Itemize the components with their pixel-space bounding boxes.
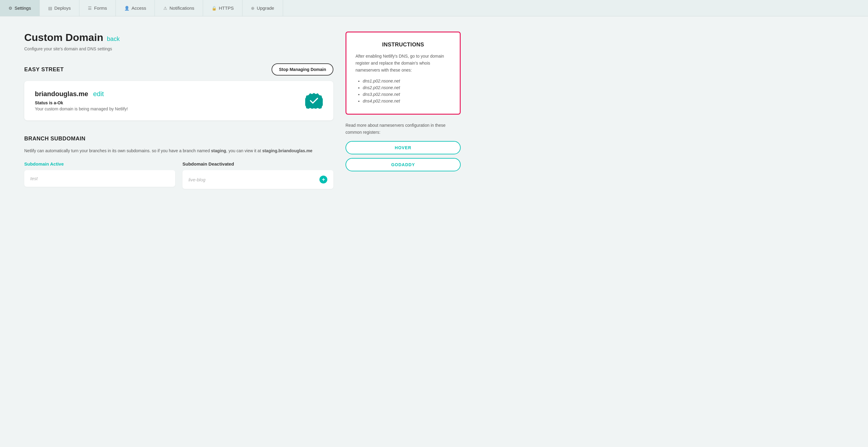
tab-settings[interactable]: ⚙ Settings [0, 0, 40, 16]
dns-server-2: dns2.p02.nsone.net [363, 85, 451, 90]
dns-list: dns1.p02.nsone.net dns2.p02.nsone.net dn… [355, 79, 451, 103]
page-subtitle: Configure your site's domain and DNS set… [24, 47, 333, 51]
settings-icon: ⚙ [8, 6, 12, 10]
svg-marker-0 [305, 93, 323, 109]
tab-upgrade[interactable]: ⊕ Upgrade [243, 0, 283, 16]
easy-street-section: EASY STREET Stop Managing Domain briando… [24, 63, 333, 120]
tab-notifications[interactable]: ⚠ Notifications [155, 0, 203, 16]
branch-subdomain-title: BRANCH SUBDOMAIN [24, 136, 86, 142]
deploys-icon: ▤ [48, 6, 52, 10]
read-more-text: Read more about nameservers configuratio… [345, 122, 461, 136]
dns-server-3: dns3.p02.nsone.net [363, 92, 451, 97]
dns-server-4: dns4.p02.nsone.net [363, 98, 451, 103]
access-icon: 👤 [124, 6, 129, 10]
subdomain-inactive-title: Subdomain Deactivated [182, 161, 333, 167]
notifications-icon: ⚠ [163, 6, 167, 10]
branch-subdomain-section: BRANCH SUBDOMAIN Netlify can automatical… [24, 136, 333, 189]
easy-street-title: EASY STREET [24, 66, 64, 73]
main-nav: ⚙ Settings ▤ Deploys ☰ Forms 👤 Access ⚠ … [0, 0, 868, 17]
easy-street-header: EASY STREET Stop Managing Domain [24, 63, 333, 76]
subdomain-active-title: Subdomain Active [24, 161, 175, 167]
https-icon: 🔒 [212, 6, 217, 10]
main-layout: Custom Domain back Configure your site's… [0, 17, 485, 219]
hover-register-button[interactable]: HOVER [345, 141, 461, 154]
content-area: Custom Domain back Configure your site's… [24, 32, 333, 204]
branch-desc: Netlify can automatically turn your bran… [24, 147, 333, 154]
tab-access[interactable]: 👤 Access [116, 0, 155, 16]
page-header: Custom Domain back [24, 32, 333, 43]
add-subdomain-icon[interactable]: + [319, 176, 327, 183]
instructions-intro: After enabling Netlify's DNS, go to your… [355, 53, 451, 74]
subdomain-active-input[interactable]: test [24, 170, 175, 187]
godaddy-register-button[interactable]: GODADDY [345, 158, 461, 171]
status-label: Status is a-Ok [35, 100, 128, 105]
tab-https[interactable]: 🔒 HTTPS [203, 0, 243, 16]
stop-managing-button[interactable]: Stop Managing Domain [272, 63, 333, 76]
domain-info: briandouglas.me edit Status is a-Ok Your… [35, 90, 128, 111]
tab-forms[interactable]: ☰ Forms [80, 0, 116, 16]
forms-icon: ☰ [88, 6, 92, 10]
subdomain-active-col: Subdomain Active test [24, 161, 175, 189]
subdomain-inactive-input[interactable]: live-blog + [182, 170, 333, 189]
status-desc: Your custom domain is being managed by N… [35, 107, 128, 111]
branch-subdomain-header: BRANCH SUBDOMAIN [24, 136, 333, 142]
instructions-card: INSTRUCTIONS After enabling Netlify's DN… [345, 32, 461, 115]
subdomain-columns: Subdomain Active test Subdomain Deactiva… [24, 161, 333, 189]
upgrade-icon: ⊕ [251, 6, 255, 10]
instructions-title: INSTRUCTIONS [355, 41, 451, 48]
dns-server-1: dns1.p02.nsone.net [363, 79, 451, 83]
page-title: Custom Domain [24, 32, 103, 43]
back-link[interactable]: back [107, 35, 120, 42]
subdomain-inactive-col: Subdomain Deactivated live-blog + [182, 161, 333, 189]
tab-deploys[interactable]: ▤ Deploys [40, 0, 80, 16]
domain-name-row: briandouglas.me edit [35, 90, 128, 98]
domain-card: briandouglas.me edit Status is a-Ok Your… [24, 81, 333, 120]
sidebar-area: INSTRUCTIONS After enabling Netlify's DN… [345, 32, 461, 204]
domain-edit-link[interactable]: edit [93, 90, 104, 98]
verified-badge [305, 92, 323, 110]
